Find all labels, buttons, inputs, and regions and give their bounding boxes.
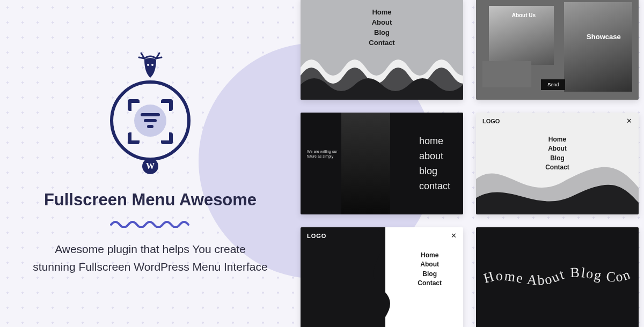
template-preview-2[interactable]: About Us Showcase Send [476, 0, 639, 100]
filter-icon [134, 105, 166, 137]
template-gallery: Home About Blog Contact About Us Showcas… [301, 0, 644, 327]
logo-text: LOGO [482, 118, 500, 124]
logo-text: LOGO [307, 233, 326, 239]
template-preview-3[interactable]: We are writing our future as simply home… [301, 113, 463, 214]
wavy-menu-text: Home About Blog Contact [482, 254, 633, 288]
template-preview-5[interactable]: LOGO ✕ Home About Blog Contact [301, 227, 463, 327]
template-preview-1[interactable]: Home About Blog Contact [301, 0, 463, 100]
caption: We are writing our future as simply [307, 149, 340, 159]
wordpress-icon: W [142, 158, 158, 174]
divider-wave-icon [110, 220, 191, 228]
close-icon: ✕ [451, 232, 457, 240]
menu-item: Home [545, 135, 569, 144]
overlay-label: Showcase [587, 33, 621, 41]
menu-item: About [369, 18, 394, 28]
svg-point-1 [151, 64, 153, 66]
menu-item: Home [418, 251, 442, 260]
menu-item: home [419, 134, 450, 149]
menu-item: contact [419, 179, 450, 194]
svg-point-0 [147, 64, 149, 66]
product-logo: W [97, 51, 204, 174]
template-preview-6[interactable]: Home About Blog Contact [476, 227, 639, 327]
product-subtitle: Awesome plugin that helps You create stu… [32, 241, 268, 276]
close-icon: ✕ [626, 117, 632, 125]
template-preview-4[interactable]: LOGO ✕ Home About Blog Contact [476, 113, 639, 214]
menu-item: Blog [418, 270, 442, 279]
menu-item: Home [369, 8, 394, 18]
menu-item: Contact [418, 279, 442, 288]
menu-item: about [419, 149, 450, 164]
menu-item: About [545, 144, 569, 153]
menu-item: About [418, 260, 442, 269]
send-button: Send [541, 79, 565, 90]
deer-icon [136, 51, 165, 81]
menu-item: blog [419, 164, 450, 179]
menu-item: Blog [369, 28, 394, 38]
product-title: Fullscreen Menu Awesome [44, 190, 257, 210]
overlay-label: About Us [512, 12, 536, 18]
